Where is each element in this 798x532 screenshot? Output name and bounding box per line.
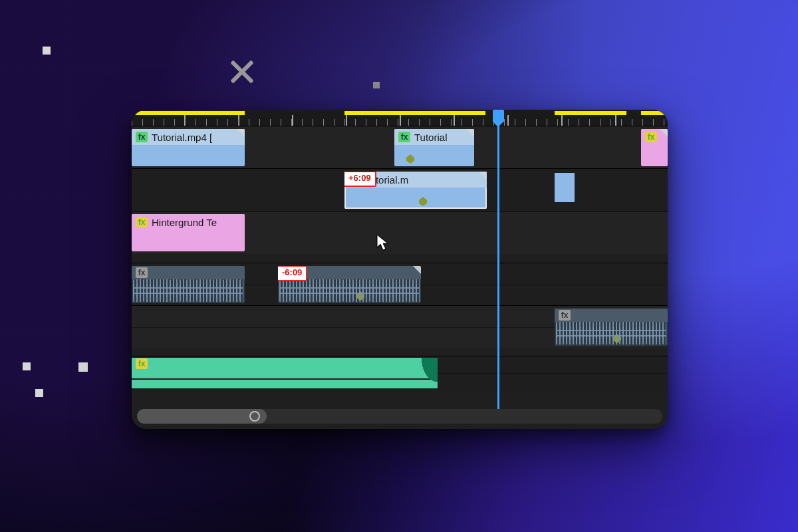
clip-corner-icon xyxy=(479,172,487,180)
clip-audio[interactable]: fx xyxy=(132,266,245,303)
clip-label: Hintergrund Te xyxy=(152,217,217,228)
inout-range[interactable] xyxy=(344,111,485,115)
speck xyxy=(35,389,43,397)
sync-offset-badge: +6:09 xyxy=(344,172,376,187)
clip-video[interactable]: fxTutorial.mp4 [ xyxy=(132,129,245,166)
track-a1[interactable]: fxfx-6:09 xyxy=(132,263,668,306)
waveform xyxy=(556,327,666,344)
fx-badge-icon[interactable]: fx xyxy=(136,358,148,369)
clip-corner-icon xyxy=(413,266,421,274)
track-a2[interactable]: fx xyxy=(132,305,668,348)
fx-badge-icon[interactable]: fx xyxy=(645,132,657,142)
clip-audio[interactable]: fx xyxy=(555,309,668,346)
time-ruler[interactable] xyxy=(132,110,668,126)
clip-corner-icon xyxy=(466,129,474,137)
waveform xyxy=(279,285,420,302)
speck xyxy=(43,47,51,55)
fx-badge-icon[interactable]: fx xyxy=(398,132,410,142)
clip-label: Tutorial xyxy=(414,132,447,143)
close-icon xyxy=(227,57,257,86)
fade-handle-icon[interactable] xyxy=(420,358,438,388)
clip-corner-icon xyxy=(660,129,668,137)
track-v2[interactable]: fxTutorial.m+6:09 xyxy=(132,168,668,211)
fx-badge-icon[interactable]: fx xyxy=(136,217,148,227)
fx-badge-icon[interactable]: fx xyxy=(136,132,148,142)
track-v1[interactable]: fxHintergrund Te xyxy=(132,211,668,254)
clip-video[interactable]: fxTutorial xyxy=(394,129,474,166)
fx-badge-icon[interactable]: fx xyxy=(559,310,571,321)
speck xyxy=(23,362,31,370)
speck xyxy=(78,362,88,372)
waveform xyxy=(133,285,243,302)
track-v3[interactable]: fxTutorial.mp4 [fxTutorialfx xyxy=(132,126,668,169)
clip-graphic[interactable]: fxHintergrund Te xyxy=(132,214,245,251)
horizontal-scrollbar[interactable] xyxy=(137,409,662,424)
keyframe-icon[interactable] xyxy=(419,197,427,206)
speck xyxy=(373,82,380,88)
clip-video[interactable]: fxTutorial.m+6:09 xyxy=(344,172,487,209)
track-a3[interactable]: fx xyxy=(132,356,668,390)
clip-corner-icon xyxy=(237,129,245,137)
clip-audio[interactable]: fx-6:09 xyxy=(278,266,421,303)
gap-block[interactable] xyxy=(555,173,575,202)
clip-music[interactable]: fx xyxy=(132,358,438,388)
inout-range[interactable] xyxy=(555,111,626,115)
scrollbar-thumb[interactable] xyxy=(137,409,267,424)
sync-offset-badge: -6:09 xyxy=(278,266,307,281)
music-body xyxy=(132,370,438,388)
timeline-panel: fxTutorial.mp4 [fxTutorialfx fxTutorial.… xyxy=(132,110,668,429)
fx-badge-icon[interactable]: fx xyxy=(136,267,148,278)
tracks-area: fxTutorial.mp4 [fxTutorialfx fxTutorial.… xyxy=(132,126,668,408)
clip-label: Tutorial.mp4 [ xyxy=(152,132,212,143)
zoom-handle-icon[interactable] xyxy=(249,411,260,422)
playhead[interactable] xyxy=(497,112,499,409)
keyframe-icon[interactable] xyxy=(406,154,414,164)
clip-graphic[interactable]: fx xyxy=(641,129,668,166)
inout-range[interactable] xyxy=(132,111,245,115)
